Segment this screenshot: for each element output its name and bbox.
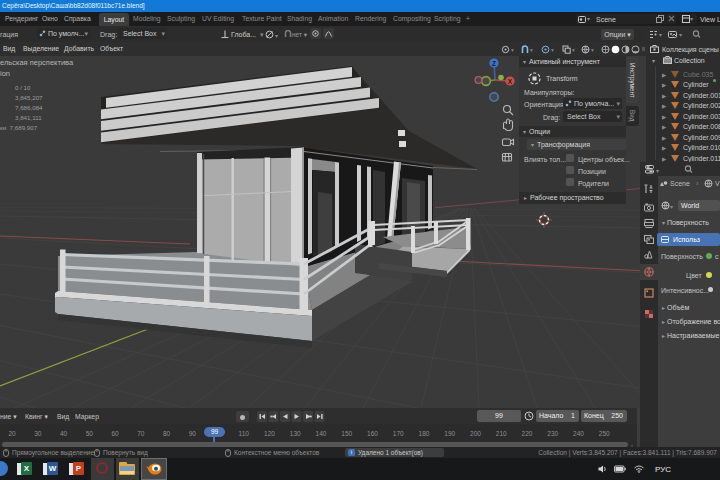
svg-text:Z: Z <box>492 60 496 67</box>
svg-text:X: X <box>508 78 513 85</box>
